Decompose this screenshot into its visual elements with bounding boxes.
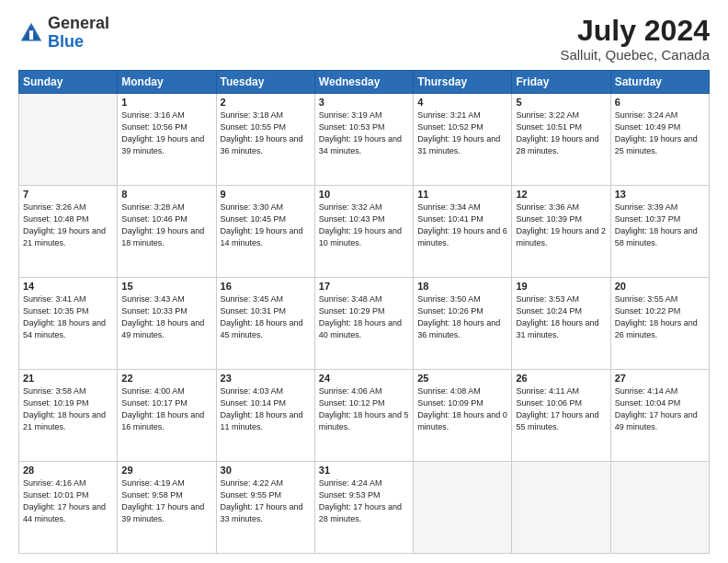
day-info: Sunrise: 3:39 AMSunset: 10:37 PMDaylight…: [615, 201, 705, 249]
day-number: 23: [221, 373, 311, 384]
day-info: Sunrise: 3:45 AMSunset: 10:31 PMDaylight…: [221, 293, 311, 341]
day-info: Sunrise: 4:00 AMSunset: 10:17 PMDaylight…: [121, 385, 211, 433]
day-number: 14: [23, 281, 113, 292]
day-info: Sunrise: 4:03 AMSunset: 10:14 PMDaylight…: [221, 385, 311, 433]
calendar-table: SundayMondayTuesdayWednesdayThursdayFrid…: [18, 70, 710, 554]
calendar-weekday: Thursday: [414, 71, 512, 94]
day-number: 25: [417, 373, 507, 384]
logo-text: General Blue: [48, 15, 109, 52]
day-number: 8: [121, 189, 211, 200]
calendar-cell: 7Sunrise: 3:26 AMSunset: 10:48 PMDayligh…: [19, 186, 118, 278]
day-info: Sunrise: 3:41 AMSunset: 10:35 PMDaylight…: [23, 293, 113, 341]
calendar-cell: 21Sunrise: 3:58 AMSunset: 10:19 PMDaylig…: [19, 370, 118, 462]
day-number: 7: [23, 189, 113, 200]
day-info: Sunrise: 4:06 AMSunset: 10:12 PMDaylight…: [319, 385, 409, 433]
day-number: 29: [121, 465, 211, 476]
day-number: 9: [221, 189, 311, 200]
day-info: Sunrise: 3:18 AMSunset: 10:55 PMDaylight…: [221, 109, 311, 157]
day-number: 17: [319, 281, 409, 292]
day-number: 27: [615, 373, 705, 384]
day-number: 5: [516, 97, 606, 108]
day-number: 2: [221, 97, 311, 108]
calendar-cell: 20Sunrise: 3:55 AMSunset: 10:22 PMDaylig…: [610, 278, 709, 370]
calendar-weekday: Monday: [118, 71, 216, 94]
day-number: 22: [121, 373, 211, 384]
logo-icon: [18, 20, 44, 46]
calendar-cell: 15Sunrise: 3:43 AMSunset: 10:33 PMDaylig…: [118, 278, 216, 370]
day-info: Sunrise: 4:22 AMSunset: 9:55 PMDaylight:…: [221, 477, 311, 525]
day-info: Sunrise: 3:58 AMSunset: 10:19 PMDaylight…: [23, 385, 113, 433]
day-number: 20: [615, 281, 705, 292]
day-number: 15: [121, 281, 211, 292]
day-info: Sunrise: 4:11 AMSunset: 10:06 PMDaylight…: [516, 385, 606, 433]
subtitle: Salluit, Quebec, Canada: [560, 47, 710, 63]
calendar-week-row: 1Sunrise: 3:16 AMSunset: 10:56 PMDayligh…: [19, 94, 710, 186]
calendar-cell: 4Sunrise: 3:21 AMSunset: 10:52 PMDayligh…: [414, 94, 512, 186]
calendar-cell: 12Sunrise: 3:36 AMSunset: 10:39 PMDaylig…: [512, 186, 610, 278]
day-number: 12: [516, 189, 606, 200]
calendar-week-row: 7Sunrise: 3:26 AMSunset: 10:48 PMDayligh…: [19, 186, 710, 278]
day-info: Sunrise: 4:19 AMSunset: 9:58 PMDaylight:…: [121, 477, 211, 525]
calendar-cell: 11Sunrise: 3:34 AMSunset: 10:41 PMDaylig…: [414, 186, 512, 278]
calendar-cell: 9Sunrise: 3:30 AMSunset: 10:45 PMDayligh…: [216, 186, 314, 278]
day-info: Sunrise: 3:48 AMSunset: 10:29 PMDaylight…: [319, 293, 409, 341]
day-info: Sunrise: 3:36 AMSunset: 10:39 PMDaylight…: [516, 201, 606, 249]
title-block: July 2024 Salluit, Quebec, Canada: [560, 15, 710, 63]
calendar-week-row: 14Sunrise: 3:41 AMSunset: 10:35 PMDaylig…: [19, 278, 710, 370]
calendar-cell: 17Sunrise: 3:48 AMSunset: 10:29 PMDaylig…: [314, 278, 413, 370]
calendar-weekday: Sunday: [19, 71, 118, 94]
calendar-cell: 14Sunrise: 3:41 AMSunset: 10:35 PMDaylig…: [19, 278, 118, 370]
day-info: Sunrise: 3:34 AMSunset: 10:41 PMDaylight…: [417, 201, 507, 249]
calendar-cell: 10Sunrise: 3:32 AMSunset: 10:43 PMDaylig…: [314, 186, 413, 278]
day-info: Sunrise: 4:14 AMSunset: 10:04 PMDaylight…: [615, 385, 705, 433]
calendar-cell: 28Sunrise: 4:16 AMSunset: 10:01 PMDaylig…: [19, 462, 118, 554]
calendar-weekday: Tuesday: [216, 71, 314, 94]
day-number: 18: [417, 281, 507, 292]
day-info: Sunrise: 3:32 AMSunset: 10:43 PMDaylight…: [319, 201, 409, 249]
logo-general: General: [48, 14, 109, 32]
day-number: 16: [221, 281, 311, 292]
calendar-weekday: Saturday: [610, 71, 709, 94]
calendar-cell: 18Sunrise: 3:50 AMSunset: 10:26 PMDaylig…: [414, 278, 512, 370]
day-number: 30: [221, 465, 311, 476]
day-number: 4: [417, 97, 507, 108]
day-info: Sunrise: 3:21 AMSunset: 10:52 PMDaylight…: [417, 109, 507, 157]
day-number: 28: [23, 465, 113, 476]
calendar-header-row: SundayMondayTuesdayWednesdayThursdayFrid…: [19, 71, 710, 94]
calendar-cell: 6Sunrise: 3:24 AMSunset: 10:49 PMDayligh…: [610, 94, 709, 186]
day-info: Sunrise: 4:24 AMSunset: 9:53 PMDaylight:…: [319, 477, 409, 525]
calendar-cell: 27Sunrise: 4:14 AMSunset: 10:04 PMDaylig…: [610, 370, 709, 462]
day-info: Sunrise: 3:43 AMSunset: 10:33 PMDaylight…: [121, 293, 211, 341]
day-number: 1: [121, 97, 211, 108]
calendar-cell: [610, 462, 709, 554]
day-info: Sunrise: 3:53 AMSunset: 10:24 PMDaylight…: [516, 293, 606, 341]
calendar-cell: 31Sunrise: 4:24 AMSunset: 9:53 PMDayligh…: [314, 462, 413, 554]
day-info: Sunrise: 3:16 AMSunset: 10:56 PMDaylight…: [121, 109, 211, 157]
calendar-cell: 2Sunrise: 3:18 AMSunset: 10:55 PMDayligh…: [216, 94, 314, 186]
svg-rect-2: [29, 30, 33, 40]
calendar-cell: [414, 462, 512, 554]
calendar-weekday: Wednesday: [314, 71, 413, 94]
page: General Blue July 2024 Salluit, Quebec, …: [0, 0, 728, 563]
calendar-cell: 23Sunrise: 4:03 AMSunset: 10:14 PMDaylig…: [216, 370, 314, 462]
day-number: 26: [516, 373, 606, 384]
day-info: Sunrise: 4:08 AMSunset: 10:09 PMDaylight…: [417, 385, 507, 433]
calendar-week-row: 28Sunrise: 4:16 AMSunset: 10:01 PMDaylig…: [19, 462, 710, 554]
calendar-cell: 22Sunrise: 4:00 AMSunset: 10:17 PMDaylig…: [118, 370, 216, 462]
day-info: Sunrise: 3:50 AMSunset: 10:26 PMDaylight…: [417, 293, 507, 341]
calendar-week-row: 21Sunrise: 3:58 AMSunset: 10:19 PMDaylig…: [19, 370, 710, 462]
day-number: 31: [319, 465, 409, 476]
calendar-cell: [512, 462, 610, 554]
calendar-cell: 16Sunrise: 3:45 AMSunset: 10:31 PMDaylig…: [216, 278, 314, 370]
day-info: Sunrise: 3:28 AMSunset: 10:46 PMDaylight…: [121, 201, 211, 249]
calendar-cell: 8Sunrise: 3:28 AMSunset: 10:46 PMDayligh…: [118, 186, 216, 278]
calendar-cell: 26Sunrise: 4:11 AMSunset: 10:06 PMDaylig…: [512, 370, 610, 462]
logo-blue: Blue: [48, 32, 84, 51]
day-info: Sunrise: 3:22 AMSunset: 10:51 PMDaylight…: [516, 109, 606, 157]
day-info: Sunrise: 4:16 AMSunset: 10:01 PMDaylight…: [23, 477, 113, 525]
day-info: Sunrise: 3:26 AMSunset: 10:48 PMDaylight…: [23, 201, 113, 249]
day-info: Sunrise: 3:30 AMSunset: 10:45 PMDaylight…: [221, 201, 311, 249]
calendar-cell: [19, 94, 118, 186]
calendar-weekday: Friday: [512, 71, 610, 94]
calendar-cell: 5Sunrise: 3:22 AMSunset: 10:51 PMDayligh…: [512, 94, 610, 186]
